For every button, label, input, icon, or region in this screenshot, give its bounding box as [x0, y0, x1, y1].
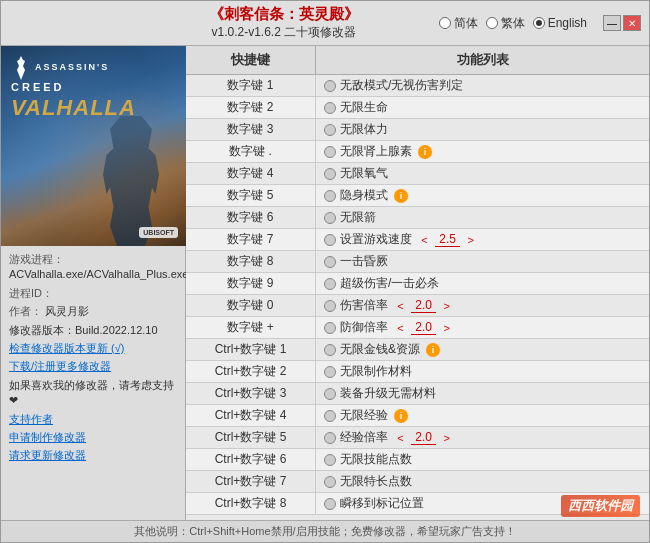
- table-row: 数字键 4无限氧气: [186, 163, 649, 185]
- func-label: 隐身模式: [340, 187, 388, 204]
- func-cell: 设置游戏速度 < 2.5 >: [316, 229, 649, 250]
- version-label: 修改器版本：Build.2022.12.10: [9, 324, 158, 336]
- right-panel: 快捷键 功能列表 数字键 1无敌模式/无视伤害判定数字键 2无限生命数字键 3无…: [186, 46, 649, 520]
- value-arrow-left[interactable]: <: [397, 322, 403, 334]
- info-icon[interactable]: i: [394, 189, 408, 203]
- value-arrow-left[interactable]: <: [397, 432, 403, 444]
- toggle-circle[interactable]: [324, 388, 336, 400]
- ac-text: ASSASSIN'S: [35, 63, 109, 73]
- key-cell: Ctrl+数字键 6: [186, 449, 316, 470]
- toggle-circle[interactable]: [324, 168, 336, 180]
- value-control: < 2.0 >: [392, 430, 450, 445]
- request-row[interactable]: 请求更新修改器: [9, 448, 177, 463]
- toggle-circle[interactable]: [324, 476, 336, 488]
- creed-text: CREED: [11, 81, 65, 93]
- value-arrow-right[interactable]: >: [443, 432, 449, 444]
- col-func-header: 功能列表: [316, 46, 649, 74]
- func-label: 伤害倍率: [340, 297, 388, 314]
- info-icon[interactable]: i: [394, 409, 408, 423]
- key-cell: Ctrl+数字键 7: [186, 471, 316, 492]
- main-window: 《刺客信条：英灵殿》 v1.0.2-v1.6.2 二十项修改器 简体 繁体 En…: [0, 0, 650, 543]
- table-row: Ctrl+数字键 2无限制作材料: [186, 361, 649, 383]
- func-label: 无限氧气: [340, 165, 388, 182]
- radio-simplified[interactable]: [439, 17, 451, 29]
- support-author-row[interactable]: 支持作者: [9, 412, 177, 427]
- func-label: 一击昏厥: [340, 253, 388, 270]
- info-panel: 游戏进程： ACValhalla.exe/ACValhalla_Plus.exe…: [1, 246, 185, 520]
- value-arrow-right[interactable]: >: [443, 322, 449, 334]
- toggle-circle[interactable]: [324, 322, 336, 334]
- toggle-circle[interactable]: [324, 102, 336, 114]
- radio-english[interactable]: [533, 17, 545, 29]
- toggle-circle[interactable]: [324, 190, 336, 202]
- func-label: 无限肾上腺素: [340, 143, 412, 160]
- ubisoft-badge: UBISOFT: [139, 227, 178, 238]
- check-update-link[interactable]: 检查修改器版本更新 (√): [9, 342, 124, 354]
- table-row: 数字键 6无限箭: [186, 207, 649, 229]
- toggle-circle[interactable]: [324, 498, 336, 510]
- info-icon[interactable]: i: [418, 145, 432, 159]
- toggle-circle[interactable]: [324, 410, 336, 422]
- key-cell: Ctrl+数字键 4: [186, 405, 316, 426]
- lang-english[interactable]: English: [533, 16, 587, 30]
- check-update-row[interactable]: 检查修改器版本更新 (√): [9, 341, 177, 356]
- version-row: 修改器版本：Build.2022.12.10: [9, 323, 177, 338]
- toggle-circle[interactable]: [324, 234, 336, 246]
- func-cell: 无限技能点数: [316, 449, 649, 470]
- value-arrow-left[interactable]: <: [421, 234, 427, 246]
- valhalla-text: VALHALLA: [11, 95, 136, 121]
- value-arrow-right[interactable]: >: [443, 300, 449, 312]
- toggle-circle[interactable]: [324, 454, 336, 466]
- func-cell: 无限生命: [316, 97, 649, 118]
- value-control: < 2.5 >: [416, 232, 474, 247]
- func-cell: 超级伤害/一击必杀: [316, 273, 649, 294]
- close-button[interactable]: ✕: [623, 15, 641, 31]
- apply-row[interactable]: 申请制作修改器: [9, 430, 177, 445]
- author-row: 作者： 风灵月影: [9, 304, 177, 319]
- bottom-tip: 其他说明：Ctrl+Shift+Home禁用/启用技能；免费修改器，希望玩家广告…: [134, 525, 515, 537]
- lang-traditional[interactable]: 繁体: [486, 15, 525, 32]
- download-row[interactable]: 下载/注册更多修改器: [9, 359, 177, 374]
- toggle-circle[interactable]: [324, 432, 336, 444]
- func-cell: 无限箭: [316, 207, 649, 228]
- logo-top: ASSASSIN'S: [11, 56, 109, 80]
- key-cell: 数字键 2: [186, 97, 316, 118]
- info-icon[interactable]: i: [426, 343, 440, 357]
- table-header: 快捷键 功能列表: [186, 46, 649, 75]
- table-row: 数字键 .无限肾上腺素i: [186, 141, 649, 163]
- support-author-link[interactable]: 支持作者: [9, 413, 53, 425]
- radio-traditional[interactable]: [486, 17, 498, 29]
- func-label: 经验倍率: [340, 429, 388, 446]
- toggle-circle[interactable]: [324, 344, 336, 356]
- minimize-button[interactable]: —: [603, 15, 621, 31]
- pid-row: 进程ID：: [9, 286, 177, 301]
- table-row: 数字键 5隐身模式i: [186, 185, 649, 207]
- toggle-circle[interactable]: [324, 366, 336, 378]
- func-cell: 无敌模式/无视伤害判定: [316, 75, 649, 96]
- func-label: 无敌模式/无视伤害判定: [340, 77, 463, 94]
- left-panel: ASSASSIN'S CREED VALHALLA UBISOFT 游戏进程： …: [1, 46, 186, 520]
- table-row: Ctrl+数字键 4无限经验i: [186, 405, 649, 427]
- toggle-circle[interactable]: [324, 80, 336, 92]
- func-cell: 无限氧气: [316, 163, 649, 184]
- value-arrow-left[interactable]: <: [397, 300, 403, 312]
- table-row: 数字键 1无敌模式/无视伤害判定: [186, 75, 649, 97]
- func-cell: 无限金钱&资源i: [316, 339, 649, 360]
- toggle-circle[interactable]: [324, 124, 336, 136]
- toggle-circle[interactable]: [324, 278, 336, 290]
- download-link[interactable]: 下载/注册更多修改器: [9, 360, 111, 372]
- table-row: Ctrl+数字键 1无限金钱&资源i: [186, 339, 649, 361]
- lang-simplified[interactable]: 简体: [439, 15, 478, 32]
- author-value: 风灵月影: [45, 305, 89, 317]
- toggle-circle[interactable]: [324, 256, 336, 268]
- title-center: 《刺客信条：英灵殿》 v1.0.2-v1.6.2 二十项修改器: [129, 5, 439, 41]
- func-cell: 无限经验i: [316, 405, 649, 426]
- table-row: 数字键 7设置游戏速度 < 2.5 >: [186, 229, 649, 251]
- toggle-circle[interactable]: [324, 146, 336, 158]
- toggle-circle[interactable]: [324, 212, 336, 224]
- value-arrow-right[interactable]: >: [467, 234, 473, 246]
- request-link[interactable]: 请求更新修改器: [9, 449, 86, 461]
- apply-link[interactable]: 申请制作修改器: [9, 431, 86, 443]
- toggle-circle[interactable]: [324, 300, 336, 312]
- func-label: 无限特长点数: [340, 473, 412, 490]
